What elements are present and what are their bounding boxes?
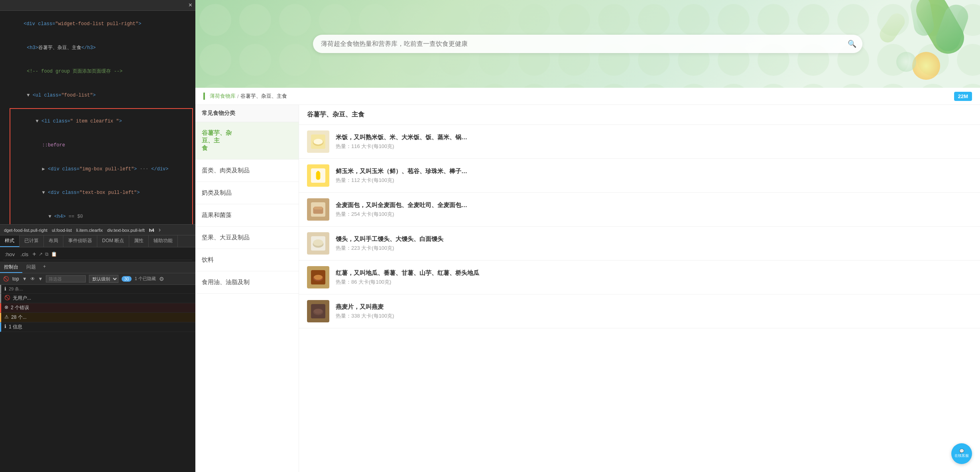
food-calories-potato: 热量：86 大卡(每100克) bbox=[336, 278, 479, 286]
top-label[interactable]: top bbox=[12, 276, 19, 282]
hov-button[interactable]: :hov bbox=[3, 251, 16, 258]
tab-console[interactable]: 控制台 bbox=[0, 262, 22, 273]
accent-bar bbox=[203, 93, 205, 100]
html-line[interactable]: <!-- food group 页面添加页面缓存 --> bbox=[0, 60, 195, 84]
food-item-corn[interactable]: 鲜玉米，又叫玉米（鲜）、苞谷、珍珠米、棒子… 热量：112 大卡(每100克) bbox=[299, 159, 980, 193]
icon-new-style[interactable]: ↗ bbox=[39, 251, 43, 257]
food-info-mantou: 馒头，又叫手工馒头、大馒头、白面馒头 热量：223 大卡(每100克) bbox=[336, 235, 443, 252]
breadcrumb-current[interactable]: h4 bbox=[149, 228, 154, 233]
category-item-meat[interactable]: 蛋类、肉类及制品 bbox=[195, 160, 299, 182]
food-list: 谷薯芋、杂豆、主食 米饭，又叫熟米饭、米、大米饭、饭、蒸米、锅… 热量：116 … bbox=[299, 105, 980, 472]
food-item-oats[interactable]: 燕麦片，又叫燕麦 热量：338 大卡(每100克) bbox=[299, 294, 980, 328]
svg-point-17 bbox=[314, 275, 323, 280]
icon-screenshot-style[interactable]: 📋 bbox=[51, 251, 57, 257]
block-icon[interactable]: 🚫 bbox=[3, 276, 9, 282]
food-image-potato bbox=[307, 266, 329, 288]
close-button[interactable]: × bbox=[189, 2, 192, 9]
badge-22m: 22M bbox=[954, 92, 972, 101]
info-icon: ℹ bbox=[4, 286, 6, 292]
tab-accessibility[interactable]: 辅助功能 bbox=[149, 235, 178, 247]
selected-element-block[interactable]: <li class=" item clearfix "> ::before <d… bbox=[10, 108, 193, 224]
add-tab-button[interactable]: + bbox=[40, 262, 49, 273]
tab-properties[interactable]: 属性 bbox=[129, 235, 149, 247]
html-line[interactable]: ::before bbox=[11, 134, 191, 158]
log-entry-user: 🚫 无用户... bbox=[0, 294, 195, 303]
tab-event-listeners[interactable]: 事件侦听器 bbox=[63, 235, 97, 247]
breadcrumb-site-name[interactable]: 薄荷食物库 bbox=[210, 93, 236, 100]
breadcrumb-current-page: 谷薯芋、杂豆、主食 bbox=[240, 93, 287, 100]
food-image-bread bbox=[307, 198, 329, 221]
breadcrumb-item[interactable]: ul.food-list bbox=[52, 228, 72, 233]
category-sidebar: 常见食物分类 谷薯芋、杂豆、主食 蛋类、肉类及制品 奶类及制品 蔬果和菌藻 坚果… bbox=[195, 105, 299, 472]
svg-point-8 bbox=[317, 178, 319, 180]
console-log-area[interactable]: ℹ 29 条... 🚫 无用户... ⊗ 2 个错误 ⚠ 28 个... ℹ 1… bbox=[0, 285, 195, 333]
html-line[interactable]: <div class="text-box pull-left"> bbox=[11, 181, 191, 205]
food-name-oats: 燕麦片，又叫燕麦 bbox=[336, 303, 394, 311]
icon-copy-style[interactable]: ⧉ bbox=[45, 251, 49, 257]
log-entry-errors: ⊗ 2 个错误 bbox=[0, 303, 195, 313]
svg-point-6 bbox=[317, 173, 319, 175]
chat-icon: 💬 bbox=[959, 449, 964, 453]
search-button[interactable]: 🔍 bbox=[848, 39, 856, 48]
food-item-mantou[interactable]: 馒头，又叫手工馒头、大馒头、白面馒头 热量：223 大卡(每100克) bbox=[299, 227, 980, 261]
add-style-button[interactable]: + bbox=[32, 251, 36, 258]
food-calories-mantou: 热量：223 大卡(每100克) bbox=[336, 245, 443, 252]
console-toolbar: 🚫 top ▼ 👁 ▼ 默认级别 30 1 个已隐藏 ⚙ bbox=[0, 273, 195, 285]
food-info-potato: 红薯，又叫地瓜、番薯、甘薯、山芋、红薯、桥头地瓜 热量：86 大卡(每100克) bbox=[336, 269, 479, 286]
tab-layout[interactable]: 布局 bbox=[44, 235, 63, 247]
category-item-dairy[interactable]: 奶类及制品 bbox=[195, 182, 299, 204]
food-item-rice[interactable]: 米饭，又叫熟米饭、米、大米饭、饭、蒸米、锅… 热量：116 大卡(每100克) bbox=[299, 125, 980, 159]
food-image-rice bbox=[307, 130, 329, 153]
food-item-potato[interactable]: 红薯，又叫地瓜、番薯、甘薯、山芋、红薯、桥头地瓜 热量：86 大卡(每100克) bbox=[299, 261, 980, 294]
search-input[interactable] bbox=[313, 35, 862, 53]
html-line[interactable]: <h3>谷薯芋、杂豆、主食</h3> bbox=[0, 36, 195, 60]
tab-computed[interactable]: 已计算 bbox=[20, 235, 44, 247]
cls-button[interactable]: .cls bbox=[19, 251, 30, 258]
warning-icon: ⚠ bbox=[4, 314, 9, 320]
chat-widget[interactable]: 💬 在线客服 bbox=[951, 443, 972, 464]
element-breadcrumb[interactable]: dget-food-list.pull-right ul.food-list l… bbox=[0, 224, 195, 235]
log-text: 1 信息 bbox=[9, 324, 192, 330]
category-item-nuts[interactable]: 坚果、大豆及制品 bbox=[195, 227, 299, 249]
tab-issues[interactable]: 问题 bbox=[22, 262, 40, 273]
html-line[interactable]: <ul class="food-list"> bbox=[0, 84, 195, 108]
level-select[interactable]: 默认级别 bbox=[89, 275, 118, 283]
filter-icon[interactable]: ▼ bbox=[38, 276, 43, 282]
html-line[interactable]: <div class="widget-food-list pull-right"… bbox=[0, 12, 195, 36]
food-name-corn: 鲜玉米，又叫玉米（鲜）、苞谷、珍珠米、棒子… bbox=[336, 168, 467, 175]
chat-label: 在线客服 bbox=[954, 453, 969, 458]
food-name-rice: 米饭，又叫熟米饭、米、大米饭、饭、蒸米、锅… bbox=[336, 134, 467, 141]
food-calories-corn: 热量：112 大卡(每100克) bbox=[336, 177, 467, 184]
html-line[interactable]: <li class=" item clearfix "> bbox=[11, 110, 191, 134]
console-tabs: 控制台 问题 + bbox=[0, 262, 195, 273]
html-line[interactable]: <div class="img-box pull-left"> ··· </di… bbox=[11, 157, 191, 181]
info-icon: ℹ bbox=[4, 324, 6, 329]
gear-icon[interactable]: ⚙ bbox=[159, 276, 164, 282]
tab-styles[interactable]: 样式 bbox=[0, 235, 20, 247]
breadcrumb-item[interactable]: li.item.clearfix bbox=[76, 228, 103, 233]
food-image-corn bbox=[307, 164, 329, 187]
devtools-header: × bbox=[0, 0, 195, 11]
devtools-tabs: 样式 已计算 布局 事件侦听器 DOM 断点 属性 辅助功能 bbox=[0, 235, 195, 247]
category-item-oils[interactable]: 食用油、油脂及制 bbox=[195, 271, 299, 294]
svg-rect-11 bbox=[314, 207, 323, 209]
log-entry-info: ℹ 1 信息 bbox=[0, 322, 195, 332]
eye-icon[interactable]: 👁 bbox=[30, 276, 35, 282]
food-image-oats bbox=[307, 300, 329, 322]
food-info-rice: 米饭，又叫熟米饭、米、大米饭、饭、蒸米、锅… 热量：116 大卡(每100克) bbox=[336, 134, 467, 150]
category-item-grains[interactable]: 谷薯芋、杂豆、主食 bbox=[195, 122, 299, 160]
html-tree-panel[interactable]: <div class="widget-food-list pull-right"… bbox=[0, 11, 195, 224]
breadcrumb-item[interactable]: dget-food-list.pull-right bbox=[4, 228, 47, 233]
html-line-h4[interactable]: <h4> == $0 bbox=[11, 205, 191, 224]
dropdown-icon[interactable]: ▼ bbox=[22, 276, 27, 282]
food-item-bread[interactable]: 全麦面包，又叫全麦面包、全麦吐司、全麦面包… 热量：254 大卡(每100克) bbox=[299, 193, 980, 227]
food-name-potato: 红薯，又叫地瓜、番薯、甘薯、山芋、红薯、桥头地瓜 bbox=[336, 269, 479, 277]
log-text: 无用户... bbox=[13, 295, 192, 302]
category-item-drinks[interactable]: 饮料 bbox=[195, 249, 299, 271]
category-item-vegetables[interactable]: 蔬果和菌藻 bbox=[195, 204, 299, 227]
breadcrumb-item[interactable]: div.text-box.pull-left bbox=[107, 228, 145, 233]
tab-dom-breakpoints[interactable]: DOM 断点 bbox=[97, 235, 129, 247]
breadcrumb-expand[interactable]: › bbox=[159, 226, 161, 233]
console-filter-input[interactable] bbox=[46, 275, 86, 282]
svg-point-2 bbox=[313, 139, 323, 144]
